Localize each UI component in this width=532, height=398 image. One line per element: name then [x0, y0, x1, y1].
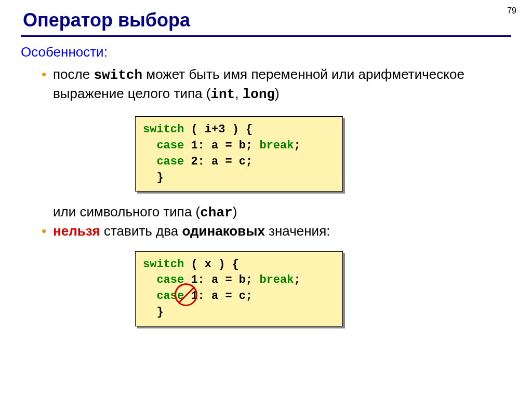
code-block: switch ( i+3 ) { case 1: a = b; break; c…: [135, 116, 343, 191]
code-text: }: [143, 171, 164, 184]
kw: case: [143, 273, 184, 286]
kw: case: [143, 139, 184, 152]
kw: break: [259, 139, 294, 152]
page-number: 79: [507, 6, 516, 16]
text: значения:: [265, 223, 330, 239]
code-example-2: switch ( x ) { case 1: a = b; break; cas…: [135, 251, 343, 326]
kw: case: [143, 155, 184, 168]
slide-title: Оператор выбора: [21, 9, 511, 31]
continuation-text: или символьного типа (char): [53, 203, 511, 222]
title-rule: [21, 35, 511, 37]
code-text: ( x ) {: [184, 258, 239, 271]
bullet-item-2: нельзя ставить два одинаковых значения:: [53, 222, 511, 240]
keyword-switch: switch: [94, 67, 142, 83]
type-long: long: [243, 87, 275, 102]
code-text: 1: a = c;: [184, 290, 252, 303]
code-text: 2: a = c;: [184, 155, 252, 168]
code-text: ;: [294, 139, 300, 152]
code-text: ;: [294, 273, 300, 286]
text: или символьного типа (: [53, 204, 200, 219]
subheading: Особенности:: [21, 44, 511, 60]
code-text: 1: a = b;: [184, 139, 259, 152]
code-example-1: switch ( i+3 ) { case 1: a = b; break; c…: [135, 116, 343, 191]
text: ставить два: [100, 223, 182, 239]
code-text: 1: a = b;: [184, 273, 259, 286]
emphasis-red: нельзя: [53, 223, 100, 239]
text: ): [233, 204, 237, 219]
code-block: switch ( x ) { case 1: a = b; break; cas…: [135, 251, 343, 326]
emphasis-bold: одинаковых: [182, 223, 264, 239]
type-char: char: [200, 205, 232, 221]
kw: switch: [143, 258, 184, 271]
kw: switch: [143, 123, 184, 136]
kw: case: [143, 290, 184, 303]
text: ,: [235, 86, 242, 101]
type-int: int: [210, 87, 235, 102]
code-text: }: [143, 306, 164, 319]
code-text: ( i+3 ) {: [184, 123, 252, 136]
text: ): [275, 86, 280, 101]
kw: break: [259, 273, 294, 286]
bullet-item-1: после switch может быть имя переменной и…: [53, 65, 511, 104]
text: после: [53, 66, 94, 82]
